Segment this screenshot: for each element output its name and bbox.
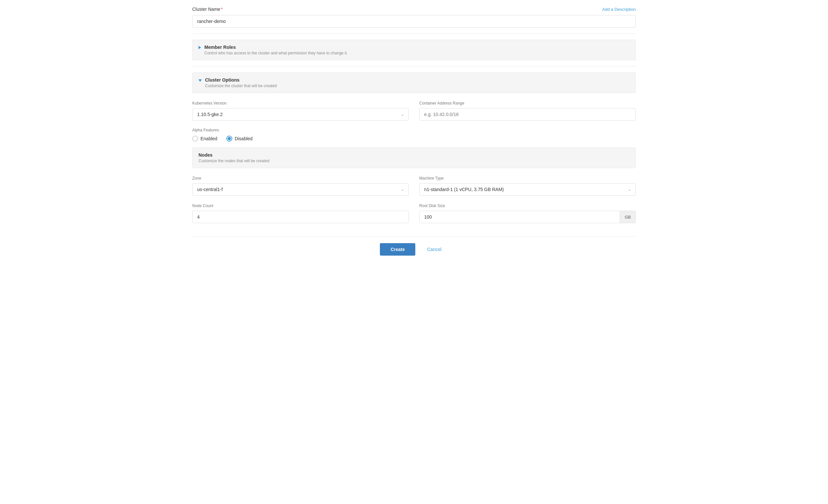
root-disk-size-field: Root Disk Size GB xyxy=(419,203,636,223)
create-button[interactable]: Create xyxy=(380,243,415,256)
zone-field: Zone us-central1-f us-central1-a us-cent… xyxy=(192,176,409,196)
kubernetes-version-field: Kubernetes Version 1.10.5-gke.2 1.10.4-g… xyxy=(192,101,409,121)
machine-type-select-wrapper: n1-standard-1 (1 vCPU, 3.75 GB RAM) n1-s… xyxy=(419,183,636,196)
alpha-features-disabled-option[interactable]: Disabled xyxy=(226,136,252,142)
alpha-features-radio-group: Enabled Disabled xyxy=(192,136,636,142)
root-disk-size-suffix: GB xyxy=(620,211,635,223)
kubernetes-version-select-wrapper: 1.10.5-gke.2 1.10.4-gke.2 1.9.7-gke.7 ⌄ xyxy=(192,108,409,121)
member-roles-chevron-icon xyxy=(199,46,201,49)
machine-type-field: Machine Type n1-standard-1 (1 vCPU, 3.75… xyxy=(419,176,636,196)
cluster-options-title: Cluster Options xyxy=(205,77,277,83)
alpha-features-enabled-option[interactable]: Enabled xyxy=(192,136,217,142)
container-address-range-input[interactable] xyxy=(419,108,636,121)
alpha-features-disabled-radio[interactable] xyxy=(226,136,232,142)
alpha-features-enabled-radio[interactable] xyxy=(192,136,198,142)
cluster-name-label: Cluster Name* xyxy=(192,7,223,12)
cancel-button[interactable]: Cancel xyxy=(421,243,448,256)
root-disk-size-input[interactable] xyxy=(420,211,620,223)
member-roles-title: Member Roles xyxy=(204,45,348,50)
kubernetes-version-select[interactable]: 1.10.5-gke.2 1.10.4-gke.2 1.9.7-gke.7 xyxy=(192,108,409,121)
kubernetes-version-label: Kubernetes Version xyxy=(192,101,409,105)
alpha-features-section: Alpha Features Enabled Disabled xyxy=(192,127,636,142)
root-disk-size-label: Root Disk Size xyxy=(419,203,636,208)
node-count-field: Node Count xyxy=(192,203,409,223)
container-address-range-field: Container Address Range xyxy=(419,101,636,121)
cluster-options-section[interactable]: Cluster Options Customize the cluster th… xyxy=(192,73,636,93)
node-count-label: Node Count xyxy=(192,203,409,208)
container-address-range-label: Container Address Range xyxy=(419,101,636,105)
footer-actions: Create Cancel xyxy=(192,236,636,262)
node-count-input[interactable] xyxy=(192,211,409,223)
alpha-features-disabled-label: Disabled xyxy=(235,136,252,141)
machine-type-label: Machine Type xyxy=(419,176,636,181)
member-roles-subtitle: Control who has access to the cluster an… xyxy=(204,51,348,55)
add-description-link[interactable]: Add a Description xyxy=(602,7,636,12)
cluster-options-subtitle: Customize the cluster that will be creat… xyxy=(205,84,277,88)
member-roles-section[interactable]: Member Roles Control who has access to t… xyxy=(192,40,636,60)
divider-2 xyxy=(192,66,636,66)
cluster-options-chevron-icon xyxy=(199,79,202,82)
zone-label: Zone xyxy=(192,176,409,181)
zone-select[interactable]: us-central1-f us-central1-a us-central1-… xyxy=(192,183,409,196)
alpha-features-label: Alpha Features xyxy=(192,128,219,132)
required-indicator: * xyxy=(221,7,223,12)
nodes-title: Nodes xyxy=(199,152,629,157)
nodes-subtitle: Customize the nodes that will be created xyxy=(199,158,629,163)
root-disk-size-input-group: GB xyxy=(419,211,636,223)
zone-select-wrapper: us-central1-f us-central1-a us-central1-… xyxy=(192,183,409,196)
machine-type-select[interactable]: n1-standard-1 (1 vCPU, 3.75 GB RAM) n1-s… xyxy=(419,183,636,196)
nodes-section: Nodes Customize the nodes that will be c… xyxy=(192,147,636,168)
cluster-name-input[interactable] xyxy=(192,15,636,28)
alpha-features-enabled-label: Enabled xyxy=(200,136,217,141)
divider-1 xyxy=(192,34,636,34)
